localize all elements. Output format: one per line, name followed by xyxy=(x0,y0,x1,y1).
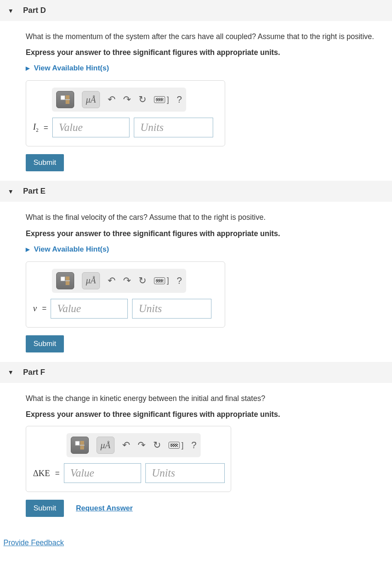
part-e-instruction: Express your answer to three significant… xyxy=(26,229,392,238)
keyboard-button[interactable]: ] xyxy=(169,441,184,450)
keyboard-icon xyxy=(154,277,165,284)
provide-feedback-link[interactable]: Provide Feedback xyxy=(0,526,64,554)
part-e: ▼ Part E What is the final velocity of t… xyxy=(0,181,392,356)
units-button[interactable]: μÅ xyxy=(96,437,115,454)
units-input[interactable]: Units xyxy=(134,118,213,137)
expand-icon: ▶ xyxy=(26,65,30,71)
answer-box: μÅ ↶ ↷ ↻ ] ? I2 = Value Units xyxy=(26,80,225,146)
submit-button[interactable]: Submit xyxy=(26,500,64,517)
equation-toolbar: μÅ ↶ ↷ ↻ ] ? xyxy=(66,433,201,457)
keyboard-icon xyxy=(169,442,180,449)
svg-rect-6 xyxy=(66,281,69,285)
collapse-icon: ▼ xyxy=(8,7,14,14)
submit-button[interactable]: Submit xyxy=(26,335,64,352)
part-e-prompt: What is the final velocity of the cars? … xyxy=(26,212,392,223)
keyboard-button[interactable]: ] xyxy=(154,95,169,104)
svg-rect-8 xyxy=(75,441,79,445)
reset-icon[interactable]: ↻ xyxy=(153,440,161,451)
redo-icon[interactable]: ↷ xyxy=(123,275,131,286)
reset-icon[interactable]: ↻ xyxy=(139,94,146,105)
equation-toolbar: μÅ ↶ ↷ ↻ ] ? xyxy=(52,88,186,112)
part-f-instruction: Express your answer to three significant… xyxy=(26,410,392,419)
units-input[interactable]: Units xyxy=(145,463,225,483)
variable-label: ΔKE xyxy=(32,468,51,478)
part-f: ▼ Part F What is the change in kinetic e… xyxy=(0,362,392,521)
keyboard-icon xyxy=(154,96,165,103)
equals-sign: = xyxy=(44,123,48,132)
variable-label: v xyxy=(32,304,38,313)
keyboard-button[interactable]: ] xyxy=(154,276,169,285)
svg-rect-2 xyxy=(66,100,69,104)
units-button[interactable]: μÅ xyxy=(82,91,100,108)
hints-label: View Available Hint(s) xyxy=(34,245,109,254)
help-icon[interactable]: ? xyxy=(177,94,182,105)
equation-toolbar: μÅ ↶ ↷ ↻ ] ? xyxy=(52,269,186,293)
svg-rect-9 xyxy=(80,441,84,445)
equals-sign: = xyxy=(55,469,60,478)
svg-rect-0 xyxy=(61,96,65,100)
value-input[interactable]: Value xyxy=(64,463,141,483)
svg-rect-4 xyxy=(61,277,65,281)
answer-box: μÅ ↶ ↷ ↻ ] ? ΔKE = Value Units xyxy=(26,426,231,492)
part-d-instruction: Express your answer to three significant… xyxy=(26,48,392,57)
answer-box: μÅ ↶ ↷ ↻ ] ? v = Value Units xyxy=(26,261,225,328)
redo-icon[interactable]: ↷ xyxy=(123,94,131,105)
collapse-icon: ▼ xyxy=(8,369,14,376)
part-d: ▼ Part D What is the momentum of the sys… xyxy=(0,0,392,176)
fraction-button[interactable] xyxy=(56,272,74,289)
fraction-button[interactable] xyxy=(56,91,74,108)
value-input[interactable]: Value xyxy=(52,118,130,137)
part-f-title: Part F xyxy=(23,368,45,377)
submit-button[interactable]: Submit xyxy=(26,154,64,171)
undo-icon[interactable]: ↶ xyxy=(122,440,130,451)
variable-label: I2 xyxy=(32,122,39,134)
value-input[interactable]: Value xyxy=(51,299,128,319)
part-d-header[interactable]: ▼ Part D xyxy=(0,0,392,21)
undo-icon[interactable]: ↶ xyxy=(108,94,115,105)
units-input[interactable]: Units xyxy=(132,299,211,319)
help-icon[interactable]: ? xyxy=(191,440,196,451)
collapse-icon: ▼ xyxy=(8,188,14,195)
hints-label: View Available Hint(s) xyxy=(34,64,109,73)
undo-icon[interactable]: ↶ xyxy=(108,275,115,286)
part-d-prompt: What is the momentum of the system after… xyxy=(26,31,392,42)
part-e-title: Part E xyxy=(23,187,45,196)
svg-rect-1 xyxy=(66,95,69,99)
fraction-button[interactable] xyxy=(71,437,89,454)
view-hints-link[interactable]: ▶ View Available Hint(s) xyxy=(26,64,392,73)
reset-icon[interactable]: ↻ xyxy=(139,275,146,286)
equals-sign: = xyxy=(42,304,47,313)
units-button[interactable]: μÅ xyxy=(82,272,100,289)
help-icon[interactable]: ? xyxy=(177,275,182,286)
part-d-title: Part D xyxy=(23,6,46,15)
part-f-header[interactable]: ▼ Part F xyxy=(0,362,392,383)
view-hints-link[interactable]: ▶ View Available Hint(s) xyxy=(26,245,392,254)
svg-rect-5 xyxy=(66,276,69,280)
redo-icon[interactable]: ↷ xyxy=(138,440,145,451)
svg-rect-10 xyxy=(80,446,84,449)
part-e-header[interactable]: ▼ Part E xyxy=(0,181,392,202)
expand-icon: ▶ xyxy=(26,246,30,252)
part-f-prompt: What is the change in kinetic energy bet… xyxy=(26,393,392,404)
request-answer-link[interactable]: Request Answer xyxy=(76,504,133,513)
